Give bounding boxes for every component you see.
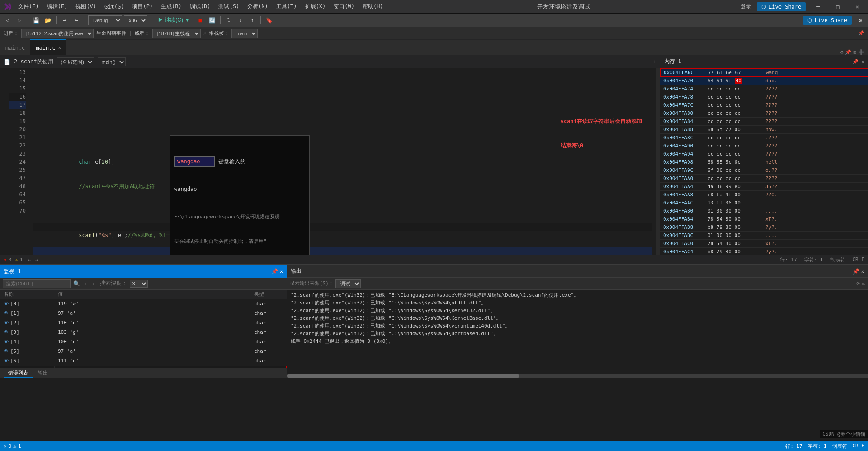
- forward-arrow-icon[interactable]: →: [90, 280, 94, 287]
- settings-button[interactable]: ⚙: [855, 15, 865, 25]
- watch-type-0: char: [250, 299, 287, 309]
- process-label: 进程：: [4, 30, 19, 37]
- nav-forward-button[interactable]: →: [35, 257, 38, 263]
- nav-back-button[interactable]: ←: [28, 257, 32, 263]
- error-indicator[interactable]: ✕ 0: [4, 257, 11, 263]
- output-pin-button[interactable]: 📌: [853, 268, 859, 275]
- status-errors[interactable]: ✕ 0 ⚠ 1: [4, 443, 21, 449]
- watch-val-5: 97 'a': [54, 347, 250, 356]
- scope-select[interactable]: (全局范围): [57, 57, 94, 66]
- code-line-14: //scanf中%s不用加&取地址符: [33, 174, 652, 182]
- wrap-output-button[interactable]: ⏎: [862, 280, 865, 287]
- tab-main-c-1[interactable]: main.c: [0, 39, 30, 55]
- back-button[interactable]: ◁: [3, 15, 13, 25]
- warning-indicator[interactable]: ⚠ 1: [15, 257, 23, 263]
- live-share-button[interactable]: ⬡ Live Share: [757, 2, 806, 11]
- menu-debug[interactable]: 调试(D): [186, 2, 214, 11]
- memory-row-7: 0x004FFA88 68 6f 77 00 how.: [660, 126, 868, 134]
- memory-pin-button[interactable]: 📌: [852, 59, 859, 65]
- stop-button[interactable]: ■: [195, 15, 205, 25]
- menu-tools[interactable]: 工具(T): [273, 2, 301, 11]
- memory-close-button[interactable]: ✕: [861, 59, 864, 65]
- depth-select[interactable]: 3: [130, 280, 148, 288]
- live-share-btn2[interactable]: ⬡ Live Share: [803, 16, 852, 25]
- memory-row-16: 0x004FFAAC 13 1f 06 00 ....: [660, 199, 868, 207]
- menu-help[interactable]: 帮助(H): [359, 2, 387, 11]
- watch-name-0: 👁[0]: [0, 299, 54, 309]
- menu-build[interactable]: 生成(B): [157, 2, 185, 11]
- plus-icon[interactable]: ➕: [858, 49, 864, 55]
- process-select[interactable]: [15112] 2.scan的使用.exe: [21, 29, 94, 38]
- code-container: 13 14 15 16 17 18 19 20 21 22 23 24 25 4…: [0, 68, 660, 255]
- menu-test[interactable]: 测试(S): [215, 2, 243, 11]
- config-select[interactable]: Debug Release: [88, 15, 122, 25]
- output-source-select[interactable]: 调试: [335, 279, 361, 288]
- thread-select[interactable]: [18784] 主线程: [152, 29, 201, 38]
- memory-table[interactable]: 0x004FFA6C 77 61 6e 67 wang 0x004FFA70 6…: [660, 68, 868, 255]
- watch-close-button[interactable]: ✕: [280, 268, 283, 275]
- memory-row-15: 0x004FFAA8 c8 fa 4f 00 ??O.: [660, 191, 868, 199]
- memory-row-10: 0x004FFA94 cc cc cc cc ????: [660, 150, 868, 158]
- redo-button[interactable]: ↪: [71, 15, 81, 25]
- step-out-button[interactable]: ↑: [247, 15, 257, 25]
- tab-main-c-2[interactable]: main.c ✕: [30, 39, 66, 55]
- tab-label-1: main.c: [5, 45, 25, 51]
- undo-button[interactable]: ↩: [60, 15, 70, 25]
- pin-icon[interactable]: 📌: [845, 49, 851, 55]
- debug-pin-button[interactable]: 📌: [858, 30, 864, 36]
- function-select[interactable]: main(): [98, 57, 126, 66]
- bookmark-button[interactable]: 🔖: [264, 15, 274, 25]
- back-arrow-icon[interactable]: ←: [85, 280, 88, 287]
- live-share-label2: Live Share: [815, 17, 847, 24]
- continue-button[interactable]: ▶ 继续(C) ▼: [154, 15, 193, 25]
- watch-row-1: 👁[1] 97 'a' char: [0, 309, 287, 318]
- platform-select[interactable]: x86 x64: [124, 15, 147, 25]
- restart-button[interactable]: 🔄: [207, 15, 217, 25]
- save-button[interactable]: 💾: [31, 15, 41, 25]
- memory-row-18: 0x004FFAB4 78 54 80 00 xT?.: [660, 215, 868, 223]
- menu-analyze[interactable]: 分析(N): [244, 2, 272, 11]
- output-title: 输出: [291, 267, 302, 275]
- watch-search-input[interactable]: [3, 279, 71, 288]
- step-over-button[interactable]: ⤵: [224, 15, 234, 25]
- output-line-4: "2.scanf的使用.exe"(Win32)：已加载 "C:\Windows\…: [291, 323, 864, 330]
- memory-row-22: 0x004FFAC4 b8 79 80 00 ?y?.: [660, 248, 868, 255]
- forward-button[interactable]: ▷: [14, 15, 24, 25]
- maximize-button[interactable]: □: [831, 2, 845, 12]
- code-editor[interactable]: scanf在读取字符串后会自动添加 结束符\0 ▶ char e[20]; //…: [29, 68, 656, 255]
- tab-output[interactable]: 输出: [33, 369, 52, 377]
- open-button[interactable]: 📂: [43, 15, 53, 25]
- output-scrollbar-h[interactable]: [287, 374, 868, 378]
- main-toolbar: ◁ ▷ 💾 📂 ↩ ↪ Debug Release x86 x64 ▶ 继续(C…: [0, 14, 868, 27]
- close-button[interactable]: ✕: [850, 2, 864, 12]
- menu-extensions[interactable]: 扩展(X): [302, 2, 330, 11]
- clear-output-button[interactable]: ⊘: [856, 280, 860, 287]
- tab-error-list[interactable]: 错误列表: [4, 369, 33, 378]
- watch-val-4: 100 'd': [54, 337, 250, 347]
- login-label[interactable]: 登录: [741, 3, 751, 10]
- split-icon[interactable]: ⊞: [853, 49, 856, 55]
- search-icon[interactable]: 🔍: [73, 280, 80, 287]
- stack-select[interactable]: main: [231, 29, 258, 38]
- status-line: 行: 17: [780, 256, 797, 263]
- editor-status-bar: ✕ 0 ⚠ 1 ← → 行: 17 字符: 1 制表符 CRLF: [0, 255, 868, 265]
- menu-window[interactable]: 窗口(W): [330, 2, 358, 11]
- output-toolbar: 显示输出来源(S)： 调试 ⊘ ⏎: [287, 278, 868, 290]
- menu-edit[interactable]: 编辑(E): [43, 2, 71, 11]
- collapse-icon[interactable]: −: [648, 59, 651, 65]
- output-close-button[interactable]: ✕: [861, 268, 864, 275]
- line-16: 16: [9, 93, 26, 101]
- output-line-6: 线程 0x2444 已退出，返回值为 0 (0x0)。: [291, 338, 864, 345]
- settings-icon[interactable]: ⚙: [840, 49, 844, 55]
- tab-close-button[interactable]: ✕: [58, 45, 61, 51]
- watch-pin-button[interactable]: 📌: [271, 268, 278, 275]
- minimize-button[interactable]: ─: [811, 2, 825, 12]
- output-line-3: "2.scanf的使用.exe"(Win32)：已加载 "C:\Windows\…: [291, 315, 864, 322]
- expand-icon[interactable]: +: [653, 59, 656, 65]
- menu-project[interactable]: 项目(P): [128, 2, 156, 11]
- menu-view[interactable]: 视图(V): [72, 2, 100, 11]
- status-crlf: CRLF: [853, 443, 865, 450]
- menu-git[interactable]: Git(G): [101, 3, 127, 11]
- step-into-button[interactable]: ↓: [236, 15, 245, 25]
- menu-file[interactable]: 文件(F): [14, 2, 42, 11]
